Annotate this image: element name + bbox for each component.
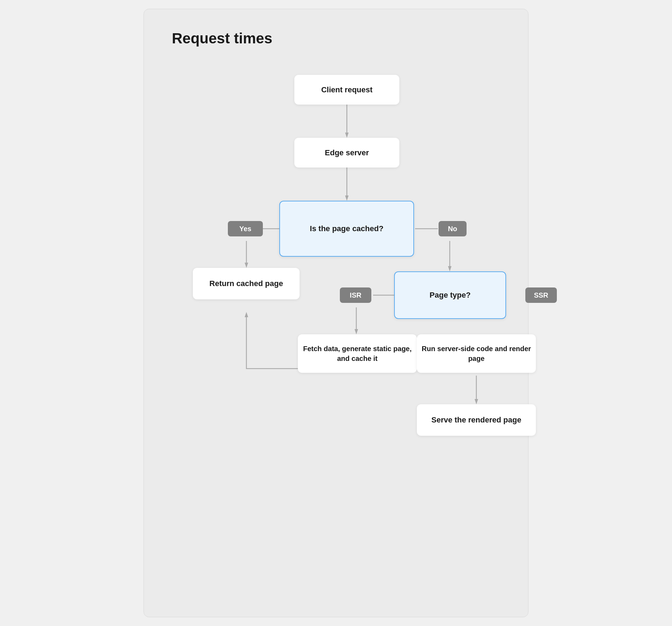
return-cached-node: Return cached page — [193, 268, 300, 299]
svg-marker-1 — [345, 133, 349, 138]
main-card: Request times — [144, 9, 528, 617]
yes-badge: Yes — [228, 221, 263, 236]
fetch-data-node: Fetch data, generate static page, and ca… — [298, 334, 417, 373]
serve-rendered-node: Serve the rendered page — [417, 404, 536, 436]
client-request-node: Client request — [294, 75, 399, 105]
page-type-node: Page type? — [394, 271, 506, 319]
isr-badge: ISR — [340, 287, 371, 303]
svg-marker-18 — [245, 312, 248, 317]
flowchart: Client request Edge server Is the page c… — [172, 64, 500, 589]
svg-marker-6 — [245, 263, 248, 268]
is-page-cached-node: Is the page cached? — [279, 201, 414, 257]
svg-marker-9 — [448, 266, 451, 271]
edge-server-node: Edge server — [294, 138, 399, 168]
run-server-node: Run server-side code and render page — [417, 334, 536, 373]
svg-marker-12 — [355, 329, 358, 334]
svg-marker-3 — [345, 195, 349, 201]
no-badge: No — [439, 221, 467, 236]
svg-marker-17 — [475, 399, 478, 404]
page-title: Request times — [172, 30, 500, 47]
ssr-badge: SSR — [525, 287, 557, 303]
